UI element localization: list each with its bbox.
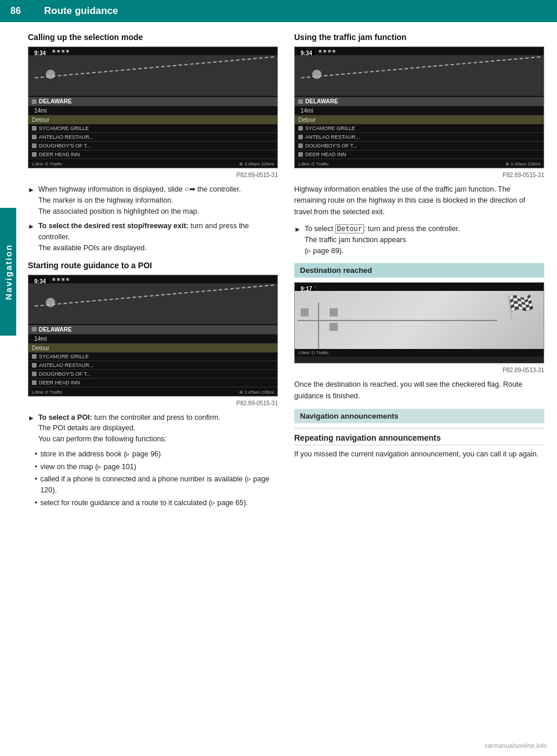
sub-bullet-dot-3: • xyxy=(35,474,37,496)
menu-icon2-1 xyxy=(32,354,37,359)
sub-bullet-2: • view on the map (▹ page 101) xyxy=(35,462,278,473)
bullet-text-1b: To select the desired rest stop/freeway … xyxy=(38,221,278,253)
section-title-1: Calling up the selection mode xyxy=(28,33,278,42)
sub-bullet-dot-4: • xyxy=(35,498,37,509)
menu-item-r1-3: DOUGHBOY'S OF T... xyxy=(295,142,544,150)
map-marker-r1 xyxy=(312,70,321,79)
screen-image-dest: 9:17 ■ ■ ■ ■ 🏁 xyxy=(294,282,544,363)
menu-item2-3: DOUGHBOY'S OF T... xyxy=(28,370,277,379)
map-building-1 xyxy=(301,308,309,316)
bullet-2a: ► To select a POI: turn the controller a… xyxy=(28,412,278,445)
body-text-announce: If you missed the current navigation ann… xyxy=(294,449,544,460)
section-starting-route: Starting route guidance to a POI 9:34 15… xyxy=(28,261,278,509)
bottom-dist-label-1: L/8mi ⊙ Traffic xyxy=(32,161,63,167)
screen-topbar-r1: 9:34 15m/d ■ ■ ■ ■ xyxy=(295,47,544,55)
menu-mileage-r1: 14mi xyxy=(295,106,544,116)
screen-image-right-1: 9:34 15m/d ■ ■ ■ ■ DELAWARE 14mi Det xyxy=(294,46,544,168)
section-traffic-jam: Using the traffic jam function 9:34 15m/… xyxy=(294,33,544,256)
sub-bullet-1: • store in the address book (▹ page 96) xyxy=(35,449,278,460)
page-body: Calling up the selection mode 9:34 15m/d… xyxy=(0,22,557,526)
screen-bottombar-1: L/8mi ⊙ Traffic ⊕ 1:45am 226mi xyxy=(28,160,277,168)
screen-caption-r1: P82.89-0515-31 xyxy=(294,172,544,178)
header-bar: 86 Route guidance xyxy=(0,0,557,22)
menu-item-1: SYCAMORE GRILLE xyxy=(28,124,277,133)
watermark: carmanualsonline.info xyxy=(484,742,547,749)
map-marker-2 xyxy=(46,298,55,307)
menu-detour-r1: Detour xyxy=(295,116,544,124)
map-road-2 xyxy=(35,284,274,306)
dest-road-h xyxy=(298,320,497,321)
menu-item2-2: ANTELAO RESTAUR... xyxy=(28,361,277,370)
bottom-time-dist-1: ⊕ 1:45am 226mi xyxy=(239,161,274,167)
bullet-1a: ► When highway information is displayed,… xyxy=(28,184,278,217)
sub-bullet-text-1: store in the address book (▹ page 96) xyxy=(40,449,161,460)
menu-item-2: ANTELAO RESTAUR... xyxy=(28,133,277,142)
repeating-nav-title: Repeating navigation announcements xyxy=(294,433,544,445)
body-text-dest: Once the destination is reached, you wil… xyxy=(294,379,544,402)
screen-menu-1: DELAWARE 14mi Detour SYCAMORE GRILLE ANT… xyxy=(28,96,277,160)
section-title-right-1: Using the traffic jam function xyxy=(294,33,544,42)
screen-caption-dest: P82.89-0513-31 xyxy=(294,367,544,373)
menu-item-3: DOUGHBOY'S OF T... xyxy=(28,142,277,150)
nav-announce-box: Navigation announcements xyxy=(294,409,544,423)
menu-icon2-3 xyxy=(32,372,37,376)
dest-road-v xyxy=(318,303,319,349)
bullet-1b: ► To select the desired rest stop/freewa… xyxy=(28,221,278,253)
sub-bullet-dot-2: • xyxy=(35,462,37,473)
section-title-2: Starting route guidance to a POI xyxy=(28,261,278,270)
menu-delaware-2: DELAWARE xyxy=(28,325,277,334)
screen-menu-2: DELAWARE 14mi Detour SYCAMORE GRILLE ANT… xyxy=(28,324,277,388)
menu-icon-r1-2 xyxy=(298,135,303,139)
menu-item2-1: SYCAMORE GRILLE xyxy=(28,352,277,361)
menu-icon-1 xyxy=(32,126,37,131)
bullet-r1a: ► To select Detour: turn and press the c… xyxy=(294,224,544,256)
menu-icon-delaware-2 xyxy=(32,327,37,332)
menu-icon-3 xyxy=(32,143,37,148)
screen-caption-1: P82.89-0515-31 xyxy=(28,172,278,178)
screen-map-area-2 xyxy=(28,283,277,324)
bottom-dist-label-r1: L/8mi ⊙ Traffic xyxy=(298,161,329,167)
menu-icon-r1-4 xyxy=(298,152,303,157)
sub-bullet-text-4: select for route guidance and a route to… xyxy=(40,498,248,509)
menu-item-r1-4: DEER HEAD INN xyxy=(295,150,544,159)
right-column: Using the traffic jam function 9:34 15m/… xyxy=(294,33,544,516)
bottom-dist-label-2: L/8mi ⊙ Traffic xyxy=(32,390,63,395)
menu-item2-4: DEER HEAD INN xyxy=(28,379,277,387)
sub-bullets-2: • store in the address book (▹ page 96) … xyxy=(35,449,278,509)
detour-label: Detour xyxy=(335,224,364,233)
bottom-time-dist-r1: ⊕ 1:45am 226mi xyxy=(505,161,540,167)
page-title: Route guidance xyxy=(44,5,118,17)
screen-topbar-dest: 9:17 ■ ■ ■ ■ xyxy=(295,283,544,291)
screen-map-area-1 xyxy=(28,55,277,96)
left-column: Calling up the selection mode 9:34 15m/d… xyxy=(28,33,278,516)
destination-box: Destination reached xyxy=(294,263,544,278)
checkered-flag-icon: 🏁 xyxy=(506,294,535,321)
map-building-3 xyxy=(330,308,338,316)
screen-bottombar-2: L/8mi ⊙ Traffic ⊕ 1:45am 226mi xyxy=(28,388,277,396)
screen-image-1: 9:34 15m/d ■ ■ ■ ■ DELAWARE 14mi Det xyxy=(28,46,278,168)
menu-detour: Detour xyxy=(28,116,277,124)
screen-topbar-1: 9:34 15m/d ■ ■ ■ ■ xyxy=(28,47,277,55)
bullet-arrow-1b: ► xyxy=(28,221,35,253)
menu-mileage-2: 14mi xyxy=(28,334,277,344)
menu-delaware-r1: DELAWARE xyxy=(295,97,544,106)
section-destination: Destination reached 9:17 ■ ■ ■ ■ 🏁 xyxy=(294,263,544,402)
menu-icon-r1-1 xyxy=(298,126,303,131)
screen-caption-2: P82.89-0515-31 xyxy=(28,400,278,406)
section-calling-up: Calling up the selection mode 9:34 15m/d… xyxy=(28,33,278,254)
menu-icon2-4 xyxy=(32,380,37,385)
bullet-arrow-2a: ► xyxy=(28,413,35,445)
map-marker-1 xyxy=(46,70,55,79)
section-nav-announce: Navigation announcements Repeating navig… xyxy=(294,409,544,460)
sub-bullet-3: • called if a phone is connected and a p… xyxy=(35,474,278,496)
sub-bullet-text-2: view on the map (▹ page 101) xyxy=(40,462,136,473)
screen-map-area-r1 xyxy=(295,55,544,96)
divider-announce xyxy=(294,428,544,429)
map-building-2 xyxy=(330,323,338,331)
menu-item-4: DEER HEAD INN xyxy=(28,150,277,159)
map-road-r1 xyxy=(301,56,541,78)
menu-icon-4 xyxy=(32,152,37,157)
menu-icon-delaware xyxy=(32,99,37,104)
screen-image-2: 9:34 15m/d ■ ■ ■ ■ DELAWARE 14mi Det xyxy=(28,275,278,397)
menu-item-r1-2: ANTELAO RESTAUR... xyxy=(295,133,544,142)
